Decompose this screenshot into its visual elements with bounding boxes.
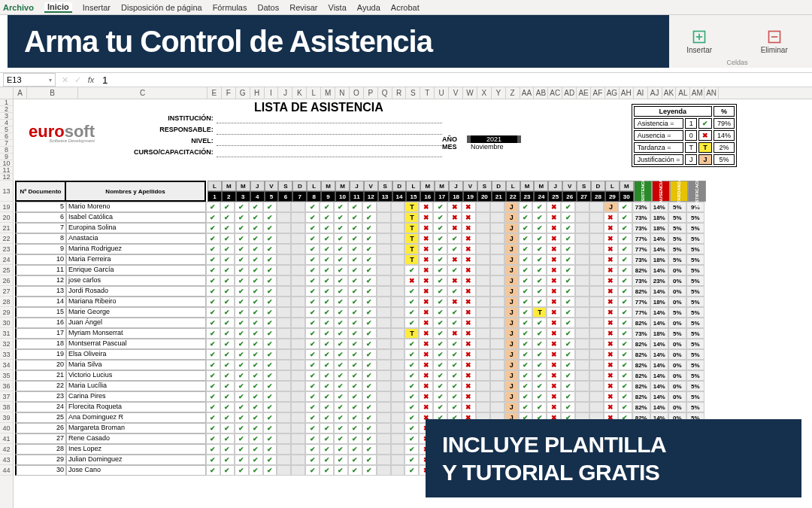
- attendance-cell[interactable]: [391, 370, 405, 381]
- attendance-cell[interactable]: [291, 465, 305, 476]
- attendance-cell[interactable]: ✖: [419, 370, 433, 381]
- attendance-cell[interactable]: ✔: [263, 349, 277, 360]
- attendance-cell[interactable]: ✔: [362, 297, 377, 307]
- table-row[interactable]: 7Europina Solina✔✔✔✔✔✔✔✔✔✔T✖✔✖✖J✔✔✖✔✖✔73…: [14, 223, 812, 233]
- attendance-cell[interactable]: T: [404, 212, 419, 223]
- attendance-cell[interactable]: ✔: [447, 233, 462, 244]
- attendance-cell[interactable]: ✖: [547, 307, 561, 318]
- attendance-cell[interactable]: [490, 223, 504, 233]
- attendance-cell[interactable]: ✔: [263, 244, 277, 254]
- attendance-cell[interactable]: ✔: [206, 244, 220, 254]
- menu-acrobat[interactable]: Acrobat: [391, 3, 420, 12]
- attendance-cell[interactable]: [391, 381, 405, 391]
- attendance-cell[interactable]: ✔: [348, 433, 362, 444]
- attendance-cell[interactable]: ✔: [305, 265, 320, 275]
- attendance-cell[interactable]: [291, 391, 305, 402]
- attendance-cell[interactable]: ✔: [235, 402, 249, 412]
- attendance-cell[interactable]: ✖: [604, 265, 618, 275]
- attendance-cell[interactable]: ✔: [519, 381, 533, 391]
- attendance-cell[interactable]: ✔: [404, 349, 419, 360]
- attendance-cell[interactable]: ✔: [532, 244, 547, 254]
- attendance-cell[interactable]: ✖: [447, 328, 462, 339]
- attendance-cell[interactable]: [476, 307, 490, 318]
- attendance-cell[interactable]: [377, 265, 391, 275]
- attendance-cell[interactable]: ✔: [404, 297, 419, 307]
- attendance-cell[interactable]: ✔: [618, 265, 632, 275]
- attendance-cell[interactable]: ✔: [305, 318, 320, 328]
- attendance-cell[interactable]: [575, 349, 589, 360]
- attendance-cell[interactable]: ✖: [547, 297, 561, 307]
- attendance-cell[interactable]: ✔: [532, 254, 547, 265]
- attendance-cell[interactable]: ✔: [320, 465, 334, 476]
- attendance-cell[interactable]: ✔: [334, 265, 348, 275]
- attendance-cell[interactable]: [589, 318, 604, 328]
- attendance-cell[interactable]: ✔: [519, 275, 533, 286]
- cancel-formula-icon[interactable]: ✕: [59, 75, 71, 85]
- attendance-cell[interactable]: [377, 233, 391, 244]
- attendance-cell[interactable]: ✔: [305, 433, 320, 444]
- attendance-cell[interactable]: [277, 360, 291, 370]
- attendance-cell[interactable]: ✔: [235, 202, 249, 212]
- attendance-cell[interactable]: ✔: [618, 254, 632, 265]
- attendance-cell[interactable]: ✔: [263, 307, 277, 318]
- attendance-cell[interactable]: [589, 202, 604, 212]
- attendance-cell[interactable]: ✖: [419, 233, 433, 244]
- col-Q[interactable]: Q: [378, 87, 392, 99]
- attendance-cell[interactable]: ✔: [348, 465, 362, 476]
- attendance-cell[interactable]: ✔: [220, 433, 235, 444]
- attendance-cell[interactable]: ✔: [263, 254, 277, 265]
- col-AI[interactable]: AI: [634, 87, 648, 99]
- attendance-cell[interactable]: [377, 423, 391, 433]
- attendance-cell[interactable]: ✔: [235, 339, 249, 349]
- attendance-cell[interactable]: ✔: [618, 328, 632, 339]
- attendance-cell[interactable]: ✔: [433, 244, 447, 254]
- col-Y[interactable]: Y: [492, 87, 506, 99]
- attendance-cell[interactable]: [391, 412, 405, 423]
- attendance-cell[interactable]: [391, 402, 405, 412]
- attendance-cell[interactable]: ✔: [348, 360, 362, 370]
- attendance-cell[interactable]: [391, 297, 405, 307]
- attendance-cell[interactable]: [476, 286, 490, 297]
- attendance-cell[interactable]: ✔: [519, 244, 533, 254]
- attendance-cell[interactable]: [291, 423, 305, 433]
- attendance-cell[interactable]: ✔: [206, 202, 220, 212]
- attendance-cell[interactable]: ✔: [362, 318, 377, 328]
- attendance-cell[interactable]: ✔: [519, 254, 533, 265]
- attendance-cell[interactable]: ✖: [447, 254, 462, 265]
- attendance-cell[interactable]: [277, 254, 291, 265]
- attendance-cell[interactable]: ✔: [320, 286, 334, 297]
- attendance-cell[interactable]: ✔: [206, 318, 220, 328]
- attendance-cell[interactable]: [589, 360, 604, 370]
- attendance-cell[interactable]: ✔: [519, 339, 533, 349]
- attendance-cell[interactable]: T: [404, 202, 419, 212]
- attendance-cell[interactable]: [476, 254, 490, 265]
- col-A[interactable]: A: [14, 87, 27, 99]
- attendance-cell[interactable]: ✔: [348, 391, 362, 402]
- attendance-cell[interactable]: [391, 391, 405, 402]
- attendance-cell[interactable]: ✖: [547, 360, 561, 370]
- menu-vista[interactable]: Vista: [329, 3, 347, 12]
- attendance-cell[interactable]: ✔: [404, 381, 419, 391]
- attendance-cell[interactable]: ✔: [561, 202, 575, 212]
- col-AN[interactable]: AN: [704, 87, 719, 99]
- attendance-cell[interactable]: ✖: [604, 307, 618, 318]
- attendance-cell[interactable]: [589, 244, 604, 254]
- attendance-cell[interactable]: ✔: [220, 307, 235, 318]
- attendance-cell[interactable]: ✔: [362, 307, 377, 318]
- attendance-cell[interactable]: [391, 307, 405, 318]
- attendance-cell[interactable]: ✔: [334, 328, 348, 339]
- attendance-cell[interactable]: ✔: [362, 244, 377, 254]
- attendance-cell[interactable]: ✔: [348, 307, 362, 318]
- table-row[interactable]: 9Marina Rodriguez✔✔✔✔✔✔✔✔✔✔T✖✔✔✖J✔✔✖✔✖✔7…: [14, 244, 812, 254]
- table-row[interactable]: 18Montserrat Pascual✔✔✔✔✔✔✔✔✔✔✔✖✔✔✖J✔✔✖✔…: [14, 339, 812, 349]
- attendance-cell[interactable]: ✖: [462, 265, 476, 275]
- attendance-cell[interactable]: ✔: [433, 286, 447, 297]
- attendance-cell[interactable]: ✔: [235, 297, 249, 307]
- attendance-cell[interactable]: [575, 244, 589, 254]
- attendance-cell[interactable]: ✔: [305, 254, 320, 265]
- attendance-cell[interactable]: ✔: [249, 275, 263, 286]
- attendance-cell[interactable]: ✔: [362, 254, 377, 265]
- attendance-cell[interactable]: [277, 433, 291, 444]
- attendance-cell[interactable]: ✔: [447, 265, 462, 275]
- attendance-cell[interactable]: [490, 254, 504, 265]
